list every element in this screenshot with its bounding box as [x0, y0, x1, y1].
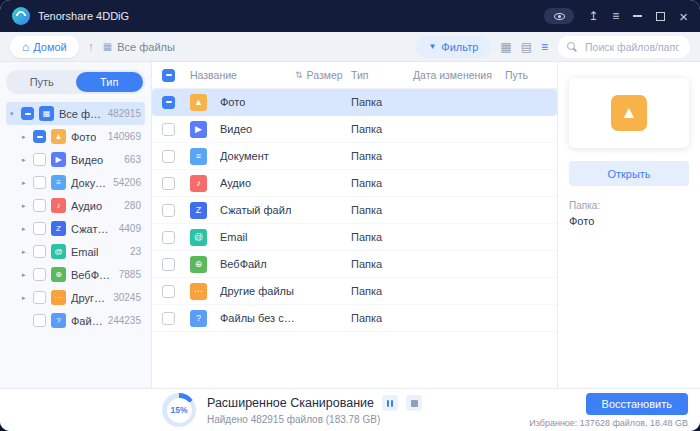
up-arrow-icon[interactable]: ↑: [88, 40, 94, 54]
sidebar-item-archive[interactable]: ▸ Z Сжатый файл 4409: [6, 217, 145, 240]
expand-icon[interactable]: ▸: [22, 156, 33, 164]
column-name[interactable]: Название: [190, 69, 295, 81]
column-modified[interactable]: Дата изменения: [413, 69, 505, 81]
checkbox[interactable]: [162, 312, 175, 325]
checkbox[interactable]: [33, 268, 46, 281]
select-all-checkbox[interactable]: [162, 69, 175, 82]
eye-toggle[interactable]: [544, 8, 574, 24]
sidebar-item-other-files[interactable]: ▸ ⋯ Другие файлы 30245: [6, 286, 145, 309]
expand-icon[interactable]: ▸: [22, 179, 33, 187]
checkbox[interactable]: [21, 107, 34, 120]
pause-button[interactable]: [382, 395, 398, 411]
sort-icon[interactable]: ⇅: [295, 70, 303, 80]
tab-path[interactable]: Путь: [8, 72, 76, 92]
home-button[interactable]: ⌂ Домой: [10, 36, 79, 58]
checkbox[interactable]: [162, 285, 175, 298]
maximize-button[interactable]: [656, 12, 665, 21]
checkbox[interactable]: [162, 258, 175, 271]
search-input[interactable]: [583, 40, 681, 54]
sidebar-item-webfile[interactable]: ▸ ⊕ ВебФайл 7885: [6, 263, 145, 286]
row-name: Email: [220, 231, 248, 243]
checkbox[interactable]: [33, 222, 46, 235]
open-button[interactable]: Открыть: [569, 161, 689, 186]
expand-icon[interactable]: ▾: [10, 110, 21, 118]
list-view-icon[interactable]: ▤: [521, 41, 532, 53]
checkbox[interactable]: [33, 153, 46, 166]
sidebar-item-all-files[interactable]: ▾ ▦ Все файлы 482915: [6, 102, 145, 125]
item-label: Видео: [71, 154, 103, 166]
item-count: 280: [120, 200, 141, 211]
expand-icon[interactable]: ▸: [22, 202, 33, 210]
expand-icon[interactable]: ▸: [22, 271, 33, 279]
filter-button[interactable]: ▼ Фильтр: [416, 36, 490, 58]
sidebar-item-document[interactable]: ▸ ≡ Документ 54206: [6, 171, 145, 194]
sidebar: Путь Тип ▾ ▦ Все файлы 482915 ▸ ▲ Фото 1…: [0, 62, 152, 388]
checkbox[interactable]: [162, 204, 175, 217]
table-row-video[interactable]: ▶ Видео Папка: [152, 116, 557, 143]
sidebar-item-email[interactable]: ▸ @ Email 23: [6, 240, 145, 263]
row-name: Другие файлы: [220, 285, 294, 297]
scan-progress-value: 15%: [167, 398, 192, 423]
item-count: 140969: [104, 131, 141, 142]
expand-icon[interactable]: ▸: [22, 133, 33, 141]
table-row-photo[interactable]: ▲ Фото Папка: [152, 89, 557, 116]
archive-icon: Z: [51, 221, 66, 236]
stop-icon: [411, 400, 418, 407]
file-table: Название ⇅ Размер Тип Дата изменения Пут…: [152, 62, 557, 388]
row-name: Аудио: [220, 177, 251, 189]
checkbox[interactable]: [162, 123, 175, 136]
scan-info: Расширенное Сканирование Найдено 482915 …: [207, 395, 422, 425]
expand-icon[interactable]: ▸: [22, 294, 33, 302]
column-path[interactable]: Путь: [505, 69, 547, 81]
checkbox[interactable]: [33, 314, 46, 327]
close-button[interactable]: ×: [679, 9, 688, 24]
table-row-audio[interactable]: ♪ Аудио Папка: [152, 170, 557, 197]
item-count: 30245: [109, 292, 141, 303]
checkbox[interactable]: [162, 96, 175, 109]
tab-type[interactable]: Тип: [76, 72, 144, 92]
item-count: 663: [120, 154, 141, 165]
checkbox[interactable]: [33, 199, 46, 212]
expand-icon[interactable]: ▸: [22, 248, 33, 256]
titlebar-controls: ↥ ≡ ×: [544, 8, 688, 24]
folder-name: Фото: [569, 215, 689, 227]
sidebar-item-photo[interactable]: ▸ ▲ Фото 140969: [6, 125, 145, 148]
minimize-button[interactable]: [633, 15, 642, 17]
table-row-archive[interactable]: Z Сжатый файл Папка: [152, 197, 557, 224]
row-name: Сжатый файл: [220, 204, 291, 216]
sidebar-item-video[interactable]: ▸ ▶ Видео 663: [6, 148, 145, 171]
folder-label: Папка:: [569, 200, 689, 211]
detail-view-icon[interactable]: ≡: [541, 41, 548, 53]
row-name-cell: ? Файлы без суффи...: [190, 310, 295, 327]
table-row-document[interactable]: ≡ Документ Папка: [152, 143, 557, 170]
grid-view-icon[interactable]: ▦: [500, 41, 511, 53]
checkbox[interactable]: [162, 231, 175, 244]
table-row-webfile[interactable]: ⊕ ВебФайл Папка: [152, 251, 557, 278]
checkbox[interactable]: [33, 291, 46, 304]
sidebar-item-audio[interactable]: ▸ ♪ Аудио 280: [6, 194, 145, 217]
menu-icon[interactable]: ≡: [612, 10, 619, 22]
column-type[interactable]: Тип: [351, 69, 413, 81]
checkbox[interactable]: [162, 150, 175, 163]
checkbox[interactable]: [33, 176, 46, 189]
checkbox[interactable]: [33, 245, 46, 258]
share-icon[interactable]: ↥: [588, 10, 598, 22]
photo-icon: ▲: [190, 94, 207, 111]
search-box[interactable]: [558, 36, 690, 58]
sidebar-item-no-suffix[interactable]: ? Файлы без... 244235: [6, 309, 145, 332]
search-icon: [567, 42, 577, 52]
row-name-cell: Z Сжатый файл: [190, 202, 295, 219]
stop-button[interactable]: [406, 395, 422, 411]
view-switcher: ▦ ▤ ≡: [500, 41, 548, 53]
checkbox[interactable]: [33, 130, 46, 143]
column-size[interactable]: ⇅ Размер: [295, 69, 351, 81]
checkbox[interactable]: [162, 177, 175, 190]
table-row-email[interactable]: @ Email Папка: [152, 224, 557, 251]
expand-icon[interactable]: ▸: [22, 225, 33, 233]
unknown-icon: ?: [51, 313, 66, 328]
table-row-no-suffix[interactable]: ? Файлы без суффи... Папка: [152, 305, 557, 332]
recover-button[interactable]: Восстановить: [586, 393, 688, 415]
row-name: Документ: [220, 150, 269, 162]
table-row-other-files[interactable]: ⋯ Другие файлы Папка: [152, 278, 557, 305]
breadcrumb[interactable]: ▦ Все файлы: [103, 41, 175, 53]
